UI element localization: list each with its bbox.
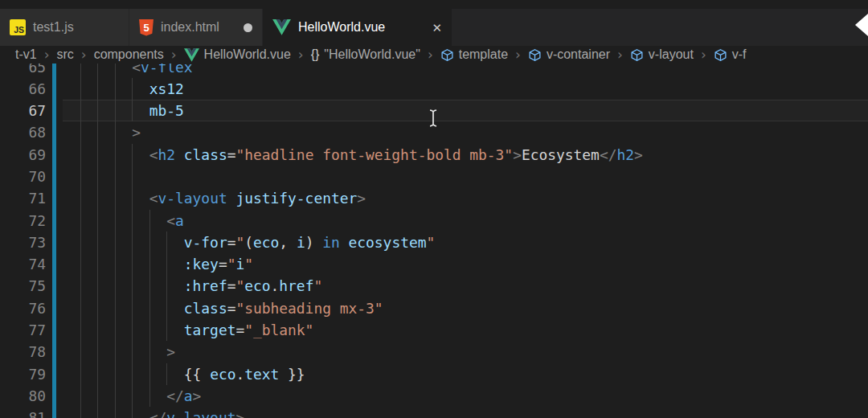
line-number: 66 xyxy=(0,78,46,100)
cube-icon xyxy=(528,48,542,62)
modified-gutter-indicator xyxy=(46,363,63,385)
token: </ xyxy=(600,146,617,163)
modified-gutter-indicator xyxy=(46,78,63,100)
code-text: :href="eco.href" xyxy=(63,275,322,297)
modified-gutter-indicator xyxy=(46,232,63,253)
line-number: 65 xyxy=(0,64,46,78)
line-number: 69 xyxy=(0,144,46,166)
code-line-76[interactable]: 76 class="subheading mx-3" xyxy=(0,297,868,319)
token: = xyxy=(227,277,236,294)
code-line-70[interactable]: 70 xyxy=(0,166,868,187)
code-content: <a xyxy=(63,210,868,232)
token: "_blank" xyxy=(244,322,313,338)
code-content: <h2 class="headline font-weight-bold mb-… xyxy=(63,144,868,166)
js-icon: JS xyxy=(10,19,26,35)
token: href xyxy=(279,277,313,294)
token: > xyxy=(235,409,244,418)
code-line-79[interactable]: 79 {{ eco.text }} xyxy=(0,363,868,385)
code-text xyxy=(63,166,149,187)
breadcrumb-separator-icon: › xyxy=(44,47,50,63)
code-content: :key="i" xyxy=(63,253,868,275)
tab-index-html[interactable]: 5index.html xyxy=(129,9,262,46)
line-number: 80 xyxy=(0,385,46,407)
token: {{ xyxy=(184,366,210,383)
token: = xyxy=(227,300,236,317)
line-number: 67 xyxy=(0,100,46,121)
tab-label: HelloWorld.vue xyxy=(298,20,385,35)
modified-gutter-indicator xyxy=(46,407,63,418)
modified-gutter-indicator xyxy=(46,275,63,297)
token: v-for xyxy=(184,234,227,251)
breadcrumb-label: src xyxy=(56,47,73,62)
code-text: </v-layout> xyxy=(63,407,244,418)
code-text: <v-flex xyxy=(63,64,193,78)
modified-gutter-indicator xyxy=(46,166,63,187)
breadcrumb-separator-icon: › xyxy=(617,47,623,63)
code-line-71[interactable]: 71 <v-layout justify-center> xyxy=(0,187,868,209)
modified-gutter-indicator xyxy=(46,341,63,363)
token: < xyxy=(132,64,141,76)
code-line-69[interactable]: 69 <h2 class="headline font-weight-bold … xyxy=(0,144,868,166)
code-text: > xyxy=(63,341,175,363)
code-text: target="_blank" xyxy=(63,319,313,341)
token: a xyxy=(175,212,184,229)
breadcrumb-item-v-f[interactable]: v-f xyxy=(714,47,747,62)
code-content: > xyxy=(63,121,868,143)
breadcrumb-item-t-v1[interactable]: t-v1 xyxy=(15,47,37,62)
close-icon[interactable]: ✕ xyxy=(432,22,442,34)
token: v-layout xyxy=(158,190,227,207)
breadcrumb-item-helloworld-vue[interactable]: HelloWorld.vue xyxy=(184,47,291,62)
code-content: <v-layout justify-center> xyxy=(63,187,868,209)
breadcrumb-item-src[interactable]: src xyxy=(56,47,73,62)
code-text: v-for="(eco, i) in ecosystem" xyxy=(63,232,435,253)
code-content: mb-5 xyxy=(63,100,868,121)
token: h2 xyxy=(616,146,634,163)
token: justify-center xyxy=(235,190,357,207)
token: target xyxy=(184,322,236,338)
breadcrumb-item--helloworld-vue-[interactable]: {}"HelloWorld.vue" xyxy=(311,47,420,62)
tab-test1-js[interactable]: JStest1.js xyxy=(0,9,129,46)
code-line-74[interactable]: 74 :key="i" xyxy=(0,253,868,275)
token: </ xyxy=(166,387,184,404)
code-line-81[interactable]: 81 </v-layout> xyxy=(0,407,868,418)
token: class xyxy=(184,146,227,163)
code-line-78[interactable]: 78 > xyxy=(0,341,868,363)
token: " xyxy=(227,256,236,273)
code-line-73[interactable]: 73 v-for="(eco, i) in ecosystem" xyxy=(0,232,868,253)
code-content: {{ eco.text }} xyxy=(63,363,868,385)
code-line-75[interactable]: 75 :href="eco.href" xyxy=(0,275,868,297)
modified-dot-icon xyxy=(244,23,252,32)
mouse-ibeam-cursor xyxy=(427,109,440,128)
white-arrow-decoration xyxy=(855,14,868,36)
code-text: xs12 xyxy=(63,78,184,100)
token: " xyxy=(313,277,322,294)
breadcrumb-item-v-layout[interactable]: v-layout xyxy=(630,47,694,62)
token: Ecosystem xyxy=(522,146,600,163)
breadcrumb-item-template[interactable]: template xyxy=(440,47,508,62)
breadcrumb-label: "HelloWorld.vue" xyxy=(324,47,420,62)
breadcrumb-separator-icon: › xyxy=(171,47,177,63)
code-text: <h2 class="headline font-weight-bold mb-… xyxy=(63,144,643,166)
code-line-80[interactable]: 80 </a> xyxy=(0,385,868,407)
tab-helloworld-vue[interactable]: HelloWorld.vue✕ xyxy=(263,9,452,46)
code-line-72[interactable]: 72 <a xyxy=(0,210,868,232)
code-line-65[interactable]: 65 <v-flex xyxy=(0,64,868,78)
vscode-window: JStest1.js5index.htmlHelloWorld.vue✕ t-v… xyxy=(0,0,868,418)
code-text: {{ eco.text }} xyxy=(63,363,305,385)
token xyxy=(227,190,236,207)
line-number: 71 xyxy=(0,187,46,209)
code-line-66[interactable]: 66 xs12 xyxy=(0,78,868,100)
cube-icon xyxy=(440,48,454,62)
token: eco xyxy=(244,277,270,294)
modified-gutter-indicator xyxy=(46,64,63,78)
breadcrumb-label: components xyxy=(94,47,164,62)
token: < xyxy=(166,212,175,229)
code-content: xs12 xyxy=(63,78,868,100)
breadcrumb-item-components[interactable]: components xyxy=(94,47,164,62)
token: "subheading mx-3" xyxy=(235,300,383,317)
breadcrumb-separator-icon: › xyxy=(428,47,433,63)
breadcrumb-item-v-container[interactable]: v-container xyxy=(528,47,610,62)
code-content xyxy=(63,166,868,187)
code-line-77[interactable]: 77 target="_blank" xyxy=(0,319,868,341)
line-number: 73 xyxy=(0,232,46,253)
